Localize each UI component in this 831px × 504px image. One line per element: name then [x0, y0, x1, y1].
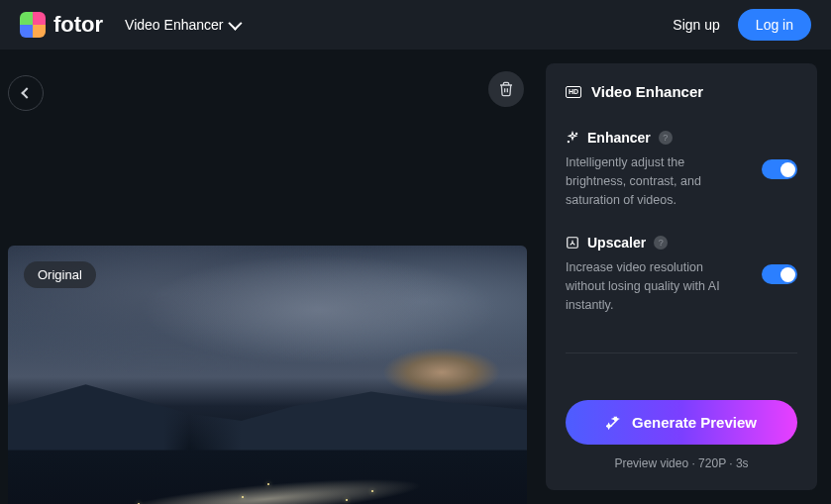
info-icon[interactable]: ? [654, 236, 668, 250]
divider [566, 353, 797, 353]
sparkle-icon [566, 131, 579, 145]
info-icon[interactable]: ? [659, 131, 673, 145]
generate-preview-button[interactable]: Generate Preview [566, 400, 797, 445]
city-lights [8, 406, 527, 504]
upscaler-title: Upscaler [587, 235, 646, 251]
header-left: fotor Video Enhancer [20, 12, 239, 38]
header-right: Sign up Log in [673, 9, 811, 41]
upscaler-toggle[interactable] [762, 264, 797, 284]
canvas-area: Original [0, 50, 546, 504]
back-arrow-icon [21, 87, 32, 98]
trash-icon [498, 81, 514, 97]
signup-link[interactable]: Sign up [673, 17, 719, 33]
enhancer-title: Enhancer [587, 130, 651, 146]
upscale-icon [566, 236, 579, 250]
panel-title-text: Video Enhancer [591, 83, 703, 100]
sidebar: HD Video Enhancer Enhancer ? Intelligent… [546, 63, 817, 490]
enhancer-toggle[interactable] [762, 159, 797, 179]
svg-point-1 [568, 142, 569, 143]
logo-icon [20, 12, 46, 38]
login-button[interactable]: Log in [738, 9, 811, 41]
wand-icon [606, 415, 622, 431]
delete-button[interactable] [488, 71, 524, 107]
upscaler-option: Upscaler ? Increase video resolution wit… [566, 235, 797, 314]
original-badge: Original [24, 261, 96, 288]
hd-icon: HD [566, 86, 581, 98]
logo[interactable]: fotor [20, 12, 103, 38]
generate-label: Generate Preview [632, 414, 757, 431]
panel-title: HD Video Enhancer [566, 83, 797, 100]
header: fotor Video Enhancer Sign up Log in [0, 0, 831, 50]
sunset [382, 348, 501, 397]
back-button[interactable] [8, 75, 44, 111]
video-preview[interactable]: Original [8, 246, 527, 504]
svg-point-0 [576, 133, 577, 134]
upscaler-description: Increase video resolution without losing… [566, 258, 762, 314]
preview-info: Preview video · 720P · 3s [566, 456, 797, 470]
tool-dropdown[interactable]: Video Enhancer [125, 17, 239, 33]
enhancer-option: Enhancer ? Intelligently adjust the brig… [566, 130, 797, 209]
main: Original HD Video Enhancer Enhancer ? In… [0, 50, 831, 504]
chevron-down-icon [229, 17, 243, 31]
logo-text: fotor [53, 12, 103, 38]
enhancer-description: Intelligently adjust the brightness, con… [566, 153, 762, 209]
dropdown-label: Video Enhancer [125, 17, 223, 33]
